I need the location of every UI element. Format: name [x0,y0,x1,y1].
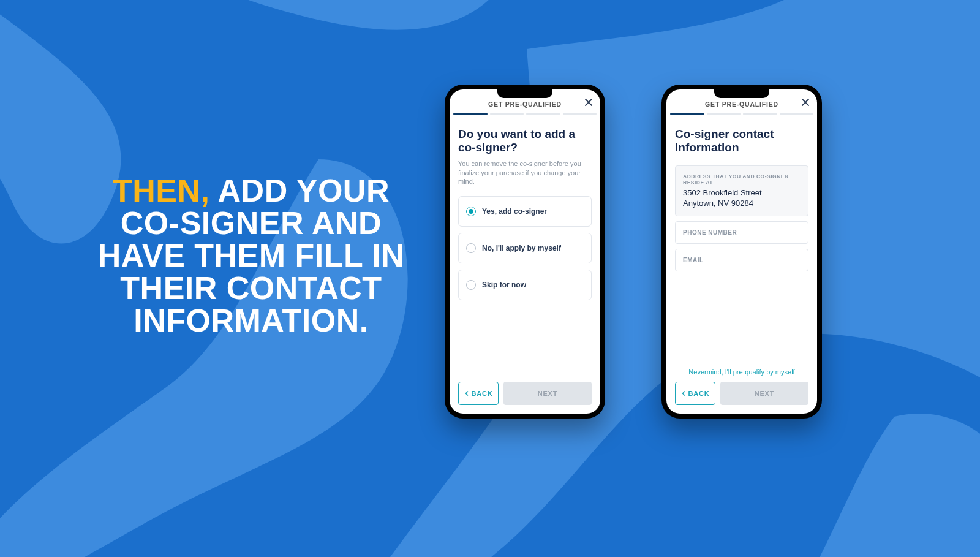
footer-buttons: BACK NEXT [450,382,600,414]
progress-bar [450,113,600,115]
back-label: BACK [472,390,493,397]
back-label: BACK [688,390,710,397]
footer-buttons: BACK NEXT [666,382,817,414]
address-line1: 3502 Brookfield Street [683,188,801,199]
progress-seg [670,113,704,115]
back-button[interactable]: BACK [675,382,715,405]
back-button[interactable]: BACK [458,382,499,405]
phone-screen-2: GET PRE-QUALIFIED Co-signer contact info… [666,89,817,414]
progress-seg [490,113,524,115]
radio-icon [466,207,476,216]
headline: THEN, ADD YOUR CO-SIGNER AND HAVE THEM F… [80,175,423,337]
radio-icon [466,280,476,290]
chevron-left-icon [464,391,469,396]
option-label: Yes, add co-signer [482,207,547,216]
address-label: ADDRESS THAT YOU AND CO-SIGNER RESIDE AT [683,173,801,186]
option-skip[interactable]: Skip for now [458,270,592,300]
option-label: Skip for now [482,281,526,289]
topbar-title: GET PRE-QUALIFIED [705,100,778,108]
email-placeholder: EMAIL [683,257,801,263]
progress-seg [563,113,597,115]
next-label: NEXT [538,390,558,397]
progress-seg [780,113,814,115]
close-icon[interactable] [801,98,810,107]
phone-screen-1: GET PRE-QUALIFIED Do you want to add a c… [450,89,600,414]
progress-seg [707,113,741,115]
headline-accent: THEN, [113,173,210,208]
next-label: NEXT [755,390,775,397]
radio-icon [466,243,476,253]
close-icon[interactable] [584,98,593,107]
option-label: No, I'll apply by myself [482,244,561,252]
option-apply-myself[interactable]: No, I'll apply by myself [458,233,592,263]
topbar-title: GET PRE-QUALIFIED [488,100,562,108]
next-button[interactable]: NEXT [720,382,809,405]
phone-mockup-2: GET PRE-QUALIFIED Co-signer contact info… [662,85,822,419]
slide-stage: THEN, ADD YOUR CO-SIGNER AND HAVE THEM F… [0,0,980,557]
phone-notch [497,89,552,98]
section-heading: Co-signer contact information [675,127,809,154]
phone-number-field[interactable]: PHONE NUMBER [675,221,809,244]
next-button[interactable]: NEXT [503,382,592,405]
spacer [675,159,809,165]
address-line2: Anytown, NV 90284 [683,199,801,209]
phone-placeholder: PHONE NUMBER [683,229,801,236]
email-field[interactable]: EMAIL [675,249,809,271]
progress-seg [526,113,560,115]
content-area: Do you want to add a co-signer? You can … [450,118,600,382]
progress-seg [743,113,777,115]
phone-notch [714,89,769,98]
address-field[interactable]: ADDRESS THAT YOU AND CO-SIGNER RESIDE AT… [675,165,809,217]
chevron-left-icon [681,391,686,396]
question-subtext: You can remove the co-signer before you … [458,159,592,187]
content-area: Co-signer contact information ADDRESS TH… [666,118,817,382]
question-title: Do you want to add a co-signer? [458,127,592,154]
phone-mockup-1: GET PRE-QUALIFIED Do you want to add a c… [445,85,605,419]
progress-seg [453,113,488,115]
option-yes-cosigner[interactable]: Yes, add co-signer [458,196,592,227]
nevermind-link[interactable]: Nevermind, I'll pre-qualify by myself [675,368,809,376]
progress-bar [666,113,817,115]
